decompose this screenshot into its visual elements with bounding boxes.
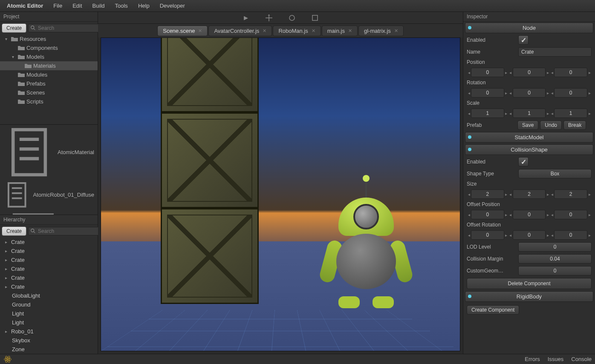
menu-file[interactable]: File	[48, 3, 67, 9]
status-errors[interactable]: Errors	[525, 356, 540, 362]
increment-icon[interactable]: ▸	[587, 212, 592, 217]
collision-margin-value[interactable]: 0.04	[518, 254, 592, 264]
hierarchy-item[interactable]: ▸Crate	[0, 246, 98, 255]
decrement-icon[interactable]: ◂	[508, 233, 513, 238]
spinner-input[interactable]	[471, 88, 504, 97]
rigidbody-section-header[interactable]: RigidBody	[465, 291, 593, 302]
staticmodel-section-header[interactable]: StaticModel	[465, 132, 593, 143]
rotation-y[interactable]: ◂▸	[508, 88, 550, 97]
shape-type-dropdown[interactable]: Box	[518, 169, 592, 178]
editor-tab[interactable]: gl-matrix.js✕	[358, 26, 404, 36]
close-icon[interactable]: ✕	[312, 28, 315, 34]
offset-pos-x[interactable]: ◂▸	[467, 210, 508, 219]
hierarchy-item[interactable]: ▸Robo_01	[0, 327, 98, 336]
increment-icon[interactable]: ▸	[587, 233, 592, 238]
spinner-input[interactable]	[513, 109, 546, 118]
collisionshape-section-header[interactable]: CollisionShape	[465, 144, 593, 155]
decrement-icon[interactable]: ◂	[467, 91, 471, 95]
spinner-input[interactable]	[554, 88, 587, 97]
position-x[interactable]: ◂▸	[467, 68, 508, 77]
offset-rot-x[interactable]: ◂▸	[467, 230, 508, 240]
tree-item-folder[interactable]: Components	[0, 43, 98, 52]
node-name-input[interactable]	[518, 47, 592, 57]
tree-item-folder[interactable]: Scripts	[0, 97, 98, 106]
decrement-icon[interactable]: ◂	[467, 111, 471, 116]
decrement-icon[interactable]: ◂	[508, 212, 513, 217]
editor-tab[interactable]: Scene.scene✕	[157, 26, 208, 36]
increment-icon[interactable]: ▸	[546, 91, 550, 95]
hierarchy-item[interactable]: ▸Crate	[0, 264, 98, 273]
hierarchy-item[interactable]: ▸Crate	[0, 255, 98, 264]
increment-icon[interactable]: ▸	[587, 111, 592, 116]
editor-tab[interactable]: main.js✕	[322, 26, 358, 36]
hierarchy-search-input[interactable]	[38, 228, 102, 234]
decrement-icon[interactable]: ◂	[550, 233, 554, 238]
hierarchy-create-button[interactable]: Create	[2, 226, 26, 236]
node-enabled-checkbox[interactable]	[518, 35, 529, 45]
offset-rot-y[interactable]: ◂▸	[508, 230, 550, 240]
rotate-tool-icon[interactable]	[287, 13, 297, 23]
spinner-input[interactable]	[471, 68, 504, 77]
position-z[interactable]: ◂▸	[550, 68, 592, 77]
spinner-input[interactable]	[513, 210, 546, 219]
increment-icon[interactable]: ▸	[504, 233, 508, 238]
increment-icon[interactable]: ▸	[546, 212, 550, 217]
status-issues[interactable]: Issues	[548, 356, 564, 362]
spinner-input[interactable]	[471, 109, 504, 118]
delete-component-button[interactable]: Delete Component	[467, 278, 592, 289]
spinner-input[interactable]	[513, 88, 546, 97]
increment-icon[interactable]: ▸	[546, 111, 550, 116]
prefab-save-button[interactable]: Save	[517, 120, 538, 130]
decrement-icon[interactable]: ◂	[467, 192, 471, 197]
menu-developer[interactable]: Developer	[155, 3, 190, 9]
offset-pos-z[interactable]: ◂▸	[550, 210, 592, 219]
position-y[interactable]: ◂▸	[508, 68, 550, 77]
tree-item-folder[interactable]: Scenes	[0, 88, 98, 97]
menu-help[interactable]: Help	[133, 3, 155, 9]
scene-viewport[interactable]	[101, 37, 460, 351]
project-create-button[interactable]: Create	[2, 23, 26, 33]
close-icon[interactable]: ✕	[198, 28, 202, 34]
increment-icon[interactable]: ▸	[504, 70, 508, 75]
decrement-icon[interactable]: ◂	[508, 192, 513, 197]
decrement-icon[interactable]: ◂	[508, 111, 513, 116]
hierarchy-item[interactable]: Zone	[0, 345, 98, 354]
create-component-button[interactable]: Create Component	[467, 305, 519, 315]
offset-rot-z[interactable]: ◂▸	[550, 230, 592, 240]
custom-geom-value[interactable]: 0	[518, 266, 592, 275]
decrement-icon[interactable]: ◂	[550, 70, 554, 75]
hierarchy-item[interactable]: Light	[0, 318, 98, 327]
menu-edit[interactable]: Edit	[67, 3, 87, 9]
spinner-input[interactable]	[513, 230, 546, 240]
decrement-icon[interactable]: ◂	[550, 192, 554, 197]
node-section-header[interactable]: Node	[465, 23, 593, 33]
project-search-input[interactable]	[38, 25, 102, 31]
scale-z[interactable]: ◂▸	[550, 109, 592, 118]
close-icon[interactable]: ✕	[263, 28, 266, 34]
increment-icon[interactable]: ▸	[504, 91, 508, 95]
spinner-input[interactable]	[513, 68, 546, 77]
tree-item-folder[interactable]: ▾Resources	[0, 34, 98, 43]
asset-item[interactable]: AtomicRobot_01_Diffuse	[0, 180, 98, 210]
close-icon[interactable]: ✕	[394, 28, 398, 34]
editor-tab[interactable]: AvatarController.js✕	[208, 26, 272, 36]
spinner-input[interactable]	[471, 189, 504, 199]
scale-x[interactable]: ◂▸	[467, 109, 508, 118]
play-icon[interactable]: ▶	[241, 13, 251, 23]
size-x[interactable]: ◂▸	[467, 189, 508, 199]
increment-icon[interactable]: ▸	[587, 91, 592, 95]
scale-tool-icon[interactable]	[310, 13, 320, 23]
decrement-icon[interactable]: ◂	[550, 91, 554, 95]
offset-pos-y[interactable]: ◂▸	[508, 210, 550, 219]
spinner-input[interactable]	[554, 210, 587, 219]
hierarchy-item[interactable]: ▸Crate	[0, 282, 98, 291]
increment-icon[interactable]: ▸	[504, 111, 508, 116]
spinner-input[interactable]	[554, 109, 587, 118]
hierarchy-item[interactable]: ▸Crate	[0, 273, 98, 282]
close-icon[interactable]: ✕	[348, 28, 352, 34]
decrement-icon[interactable]: ◂	[508, 91, 513, 95]
hierarchy-item[interactable]: GlobalLight	[0, 291, 98, 300]
increment-icon[interactable]: ▸	[504, 192, 508, 197]
increment-icon[interactable]: ▸	[504, 212, 508, 217]
decrement-icon[interactable]: ◂	[550, 212, 554, 217]
